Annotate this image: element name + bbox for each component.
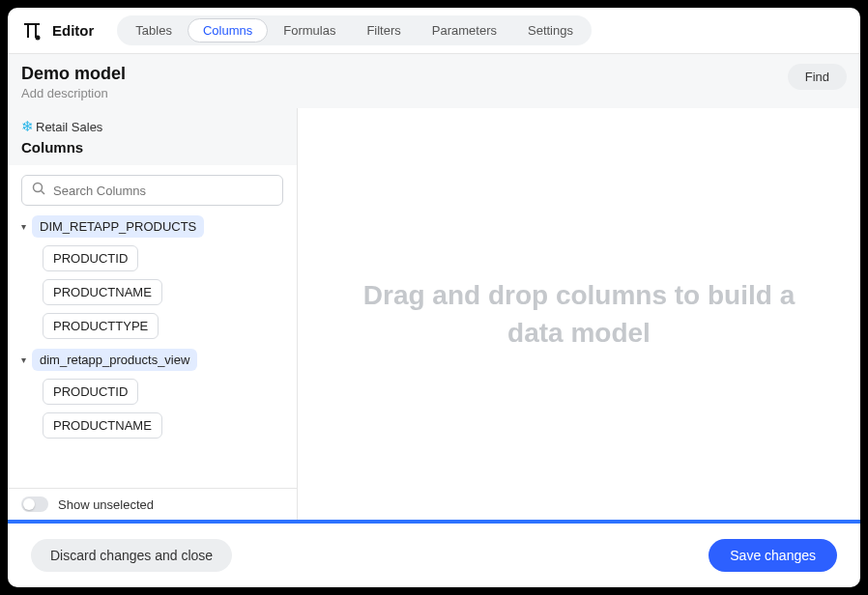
discard-button[interactable]: Discard changes and close <box>31 539 232 572</box>
column-item[interactable]: PRODUCTNAME <box>43 279 162 305</box>
table-group-header[interactable]: ▾ DIM_RETAPP_PRODUCTS <box>21 215 289 238</box>
show-unselected-row: Show unselected <box>8 488 297 520</box>
app-title: Editor <box>52 22 94 39</box>
tab-columns[interactable]: Columns <box>188 18 268 42</box>
column-item[interactable]: PRODUCTNAME <box>43 412 162 439</box>
model-title[interactable]: Demo model <box>21 64 126 84</box>
model-header: Demo model Add description Find <box>8 54 860 108</box>
data-source-row: ❄ Retail Sales <box>21 118 283 135</box>
app-logo-icon <box>21 20 43 42</box>
topbar: Editor Tables Columns Formulas Filters P… <box>8 8 860 54</box>
column-item[interactable]: PRODUCTID <box>43 245 138 271</box>
table-group: ▾ dim_retapp_products_view PRODUCTID PRO… <box>21 349 289 439</box>
search-box[interactable] <box>21 175 283 206</box>
tab-formulas[interactable]: Formulas <box>268 18 351 42</box>
table-group-header[interactable]: ▾ dim_retapp_products_view <box>21 349 289 371</box>
columns-section-title: Columns <box>21 139 283 156</box>
show-unselected-label: Show unselected <box>58 497 154 512</box>
tab-parameters[interactable]: Parameters <box>417 18 512 42</box>
table-name-pill[interactable]: DIM_RETAPP_PRODUCTS <box>32 215 204 238</box>
column-item[interactable]: PRODUCTTYPE <box>43 313 159 339</box>
editor-window: Editor Tables Columns Formulas Filters P… <box>8 8 860 587</box>
snowflake-icon: ❄ <box>21 118 34 135</box>
data-source-name: Retail Sales <box>36 120 102 134</box>
find-button[interactable]: Find <box>788 64 847 90</box>
search-input[interactable] <box>53 184 273 198</box>
sidebar: ❄ Retail Sales Columns ▾ DIM_RETAPP <box>8 108 298 520</box>
tab-filters[interactable]: Filters <box>351 18 416 42</box>
body: ❄ Retail Sales Columns ▾ DIM_RETAPP <box>8 108 860 520</box>
table-name-pill[interactable]: dim_retapp_products_view <box>32 349 197 371</box>
svg-point-3 <box>37 36 40 39</box>
model-description[interactable]: Add description <box>21 86 126 100</box>
canvas-empty-message: Drag and drop columns to build a data mo… <box>298 276 860 352</box>
header-left: Demo model Add description <box>21 64 126 100</box>
chevron-down-icon: ▾ <box>21 221 26 232</box>
table-group: ▾ DIM_RETAPP_PRODUCTS PRODUCTID PRODUCTN… <box>21 215 289 339</box>
column-tree[interactable]: ▾ DIM_RETAPP_PRODUCTS PRODUCTID PRODUCTN… <box>8 215 297 488</box>
sidebar-header: ❄ Retail Sales Columns <box>8 108 297 165</box>
svg-point-4 <box>34 184 43 192</box>
search-wrap <box>8 165 297 215</box>
chevron-down-icon: ▾ <box>21 354 26 365</box>
tab-tables[interactable]: Tables <box>120 18 188 42</box>
show-unselected-toggle[interactable] <box>21 496 48 512</box>
tab-bar: Tables Columns Formulas Filters Paramete… <box>117 15 592 45</box>
column-item[interactable]: PRODUCTID <box>43 379 138 405</box>
model-canvas[interactable]: Drag and drop columns to build a data mo… <box>298 108 860 520</box>
svg-line-5 <box>42 191 45 195</box>
search-icon <box>32 182 45 199</box>
footer: Discard changes and close Save changes <box>8 524 860 587</box>
tab-settings[interactable]: Settings <box>512 18 589 42</box>
save-button[interactable]: Save changes <box>709 539 837 572</box>
